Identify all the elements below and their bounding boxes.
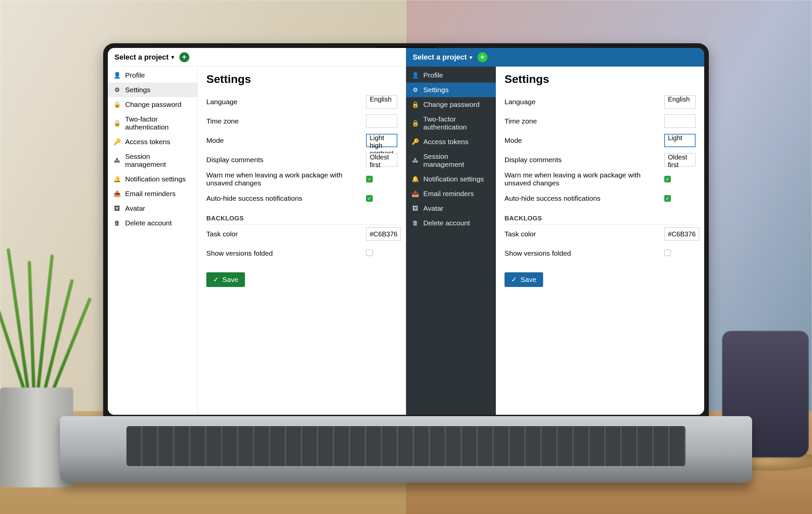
timezone-select[interactable] [366,115,397,128]
show-versions-folded-checkbox[interactable] [664,249,671,256]
sidebar-item-delete-account[interactable]: 🗑Delete account [108,216,197,230]
check-icon: ✓ [511,276,517,284]
language-select[interactable]: English [366,95,397,109]
lock-icon: 🔒 [114,120,120,126]
mail-icon: 📤 [412,191,419,197]
avatar-icon: 🖼 [412,205,419,212]
sidebar-item-avatar[interactable]: 🖼Avatar [108,201,197,216]
lock-icon: 🔒 [412,120,419,126]
sidebar-item-label: Change password [125,101,181,109]
sidebar-item-label: Notification settings [423,175,484,183]
add-project-button[interactable]: + [477,52,488,62]
save-button[interactable]: ✓ Save [206,272,245,287]
check-icon: ✓ [213,276,219,284]
screen: Select a project ▾ + 👤Profile⚙Settings🔒C… [108,48,704,415]
sidebar-item-label: Change password [423,101,480,109]
sidebar-item-settings[interactable]: ⚙Settings [406,83,496,97]
label-timezone: Time zone [504,117,664,125]
label-autohide: Auto-hide success notifications [206,194,366,202]
sidebar-item-label: Notification settings [125,175,186,183]
sidebar-item-label: Session management [125,152,191,168]
backlogs-header: BACKLOGS [206,215,397,224]
light-theme-view: Select a project ▾ + 👤Profile⚙Settings🔒C… [108,48,406,415]
display-comments-select[interactable]: Oldest first [664,153,696,167]
sidebar-item-label: Two-factor authentication [125,115,191,131]
task-color-input[interactable]: #C6B376 [664,227,699,241]
key-icon: 🔑 [412,139,419,145]
backlogs-header: BACKLOGS [504,215,696,224]
sidebar: 👤Profile⚙Settings🔒Change password🔒Two-fa… [406,66,496,415]
project-selector-label: Select a project [413,53,467,62]
topbar: Select a project ▾ + [406,48,704,66]
dark-theme-view: Select a project ▾ + 👤Profile⚙Settings🔒C… [406,48,704,415]
save-button-label: Save [520,276,536,284]
sidebar-item-session-management[interactable]: 🖧Session management [108,149,197,172]
sidebar-item-label: Delete account [125,219,172,227]
label-task-color: Task color [206,230,366,238]
sidebar-item-profile[interactable]: 👤Profile [406,68,496,83]
caret-down-icon: ▾ [469,54,472,61]
show-versions-folded-checkbox[interactable] [366,249,373,256]
lock-icon: 🔒 [114,101,120,108]
person-icon: 👤 [114,72,120,79]
warn-unsaved-checkbox[interactable]: ✓ [366,176,373,182]
project-selector[interactable]: Select a project ▾ [413,53,472,62]
sidebar-item-label: Access tokens [423,138,468,146]
page-title: Settings [206,73,397,86]
sidebar-item-label: Access tokens [125,138,170,146]
caret-down-icon: ▾ [171,54,174,60]
mode-select[interactable]: Light high contrast [366,134,397,147]
label-mode: Mode [206,137,366,144]
sidebar-item-session-management[interactable]: 🖧Session management [406,149,496,172]
label-mode: Mode [504,137,664,144]
label-show-versions-folded: Show versions folded [206,249,366,257]
sidebar-item-change-password[interactable]: 🔒Change password [108,97,197,112]
laptop: Select a project ▾ + 👤Profile⚙Settings🔒C… [60,43,752,479]
sidebar-item-change-password[interactable]: 🔒Change password [406,97,496,112]
sidebar-item-avatar[interactable]: 🖼Avatar [406,201,496,216]
autohide-checkbox[interactable]: ✓ [366,195,373,202]
language-select[interactable]: English [664,95,696,109]
sidebar-item-settings[interactable]: ⚙Settings [108,83,197,97]
mail-icon: 📤 [114,191,120,197]
sidebar-item-label: Session management [423,152,490,168]
label-task-color: Task color [504,230,664,238]
timezone-select[interactable] [664,115,696,128]
sidebar-item-label: Profile [423,71,443,79]
sidebar: 👤Profile⚙Settings🔒Change password🔒Two-fa… [108,66,198,415]
add-project-button[interactable]: + [179,52,190,62]
key-icon: 🔑 [114,139,120,145]
sidebar-item-label: Avatar [423,204,443,212]
task-color-input[interactable]: #C6B376 [366,227,401,241]
project-selector[interactable]: Select a project ▾ [114,53,174,62]
project-selector-label: Select a project [114,53,169,62]
sidebar-item-two-factor-authentication[interactable]: 🔒Two-factor authentication [406,112,496,135]
label-language: Language [504,98,664,106]
sidebar-item-access-tokens[interactable]: 🔑Access tokens [108,135,197,149]
sidebar-item-label: Two-factor authentication [423,115,490,131]
sidebar-item-label: Email reminders [423,190,474,198]
save-button[interactable]: ✓ Save [504,272,543,287]
sidebar-item-email-reminders[interactable]: 📤Email reminders [406,187,496,201]
sidebar-item-email-reminders[interactable]: 📤Email reminders [108,187,197,201]
label-warn-unsaved: Warn me when leaving a work package with… [504,171,664,187]
lock-icon: 🔒 [412,101,419,108]
sidebar-item-delete-account[interactable]: 🗑Delete account [406,216,496,230]
mode-select[interactable]: Light [664,134,696,147]
autohide-checkbox[interactable]: ✓ [664,195,671,202]
trash-icon: 🗑 [412,220,419,226]
sidebar-item-label: Settings [423,86,448,94]
label-warn-unsaved: Warn me when leaving a work package with… [206,171,366,187]
keyboard [126,426,686,466]
sidebar-item-profile[interactable]: 👤Profile [108,68,197,83]
sidebar-item-notification-settings[interactable]: 🔔Notification settings [406,172,496,187]
sidebar-item-notification-settings[interactable]: 🔔Notification settings [108,172,197,187]
sidebar-item-two-factor-authentication[interactable]: 🔒Two-factor authentication [108,112,197,135]
sidebar-item-label: Profile [125,71,145,79]
sidebar-item-access-tokens[interactable]: 🔑Access tokens [406,135,496,149]
label-language: Language [206,98,366,106]
main-content: Settings Language English Time zone Mode [496,66,704,415]
warn-unsaved-checkbox[interactable]: ✓ [664,176,671,182]
display-comments-select[interactable]: Oldest first [366,153,397,167]
label-timezone: Time zone [206,117,366,125]
